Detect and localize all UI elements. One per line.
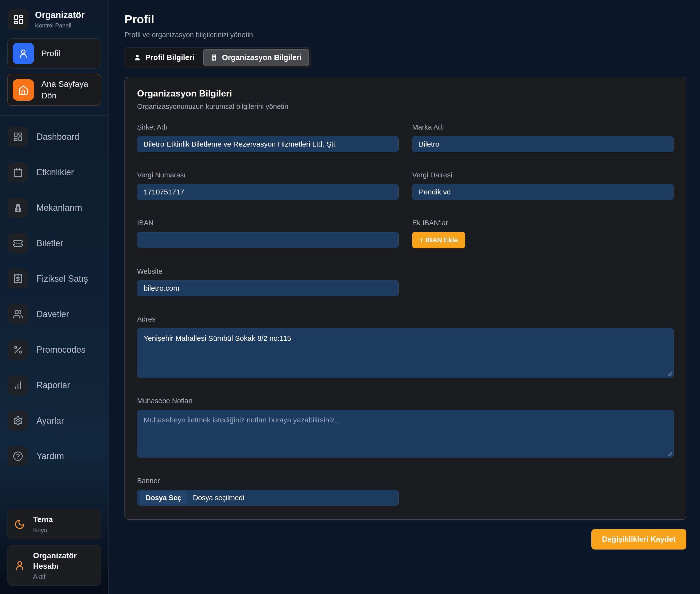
organization-tab-building-icon [210,54,218,61]
tab-label: Profil Bilgileri [145,53,195,62]
save-changes-button[interactable]: Değişiklikleri Kaydet [591,529,687,550]
grid-spacer [412,267,674,296]
company-name-label: Şirket Adı [137,123,399,131]
field-extra-ibans: Ek IBAN'lar + IBAN Ekle [412,219,674,249]
notes-textarea-wrap [137,410,674,458]
user-icon [13,43,34,64]
sidebar-item-davetler[interactable]: Davetler [8,304,101,325]
address-textarea[interactable]: Yenişehir Mahallesi Sümbül Sokak 8/2 no:… [137,328,674,378]
theme-text: Tema Koyu [33,514,53,534]
accounting-notes-label: Muhasebe Notları [137,397,674,405]
tax-number-input[interactable] [137,184,399,200]
sidebar-item-biletler[interactable]: Biletler [8,233,101,254]
account-status: Aktif [33,573,94,581]
theme-toggle[interactable]: Tema Koyu [7,509,101,539]
tab-label: Organizasyon Bilgileri [222,53,302,62]
choose-file-button[interactable]: Dosya Seç [140,491,187,504]
theme-title: Tema [33,514,53,525]
form-grid: Şirket Adı Marka Adı Vergi Numarası Verg… [137,123,674,506]
banner-file-input[interactable]: Dosya Seç Dosya seçilmedi [137,490,399,506]
account-user-icon [14,560,25,571]
card-title: Organizasyon Bilgileri [137,89,674,99]
field-company-name: Şirket Adı [137,123,399,152]
company-name-input[interactable] [137,136,399,152]
account-text: Organizatör Hesabı Aktif [33,551,94,581]
field-website: Website [137,267,399,296]
tax-office-label: Vergi Dairesi [412,171,674,179]
moon-icon [14,519,25,530]
brand: Organizatör Kontrol Paneli [8,9,101,30]
tax-number-label: Vergi Numarası [137,171,399,179]
main-content: Profil Profil ve organizasyon bilgilerin… [109,0,700,594]
website-input[interactable] [137,280,399,296]
iban-input[interactable] [137,232,399,248]
save-row: Değişiklikleri Kaydet [125,529,687,550]
calendar-icon [8,162,28,183]
sidebar-item-label: Ayarlar [36,415,64,427]
sidebar-item-label: Yardım [36,450,64,462]
organization-info-card: Organizasyon Bilgileri Organizasyonunuzu… [125,77,687,520]
sidebar-item-promocodes[interactable]: Promocodes [8,339,101,360]
sidebar-item-yardim[interactable]: Yardım [8,446,101,466]
sidebar-item-dashboard[interactable]: Dashboard [8,127,101,147]
brand-subtitle: Kontrol Paneli [35,22,85,29]
sidebar-item-mekanlarim[interactable]: Mekanlarım [8,198,101,218]
account-card[interactable]: Organizatör Hesabı Aktif [7,545,101,586]
sidebar: Organizatör Kontrol Paneli Profil Ana Sa… [0,0,109,594]
sidebar-footer: Tema Koyu Organizatör Hesabı Aktif [7,498,101,594]
page-title: Profil [125,13,687,26]
sidebar-item-label: Fiziksel Satış [36,273,88,285]
ticket-icon [8,233,28,254]
logo-grid-icon [8,9,29,30]
page-subtitle: Profil ve organizasyon bilgilerinizi yön… [125,31,687,39]
account-title: Organizatör Hesabı [33,551,94,571]
sidebar-item-label: Mekanlarım [36,202,82,214]
users-icon [8,304,28,325]
accounting-notes-textarea[interactable] [137,410,674,458]
home-icon [13,79,34,101]
receipt-icon [8,269,28,289]
field-address: Adres Yenişehir Mahallesi Sümbül Sokak 8… [137,315,674,378]
tax-office-input[interactable] [412,184,674,200]
sidebar-item-ayarlar[interactable]: Ayarlar [8,410,101,431]
tab-bar: Profil Bilgileri Organizasyon Bilgileri [125,47,311,68]
extra-ibans-label: Ek IBAN'lar [412,219,674,227]
sidebar-item-ana-sayfaya-don[interactable]: Ana Sayfaya Dön [7,74,101,106]
tab-organizasyon-bilgileri[interactable]: Organizasyon Bilgileri [203,49,309,66]
address-textarea-wrap: Yenişehir Mahallesi Sümbül Sokak 8/2 no:… [137,328,674,378]
field-tax-number: Vergi Numarası [137,171,399,200]
help-icon [8,446,28,466]
dashboard-icon [8,127,28,147]
sidebar-item-raporlar[interactable]: Raporlar [8,375,101,395]
brand-name-input[interactable] [412,136,674,152]
venue-icon [8,198,28,218]
file-status-text: Dosya seçilmedi [193,494,244,502]
field-brand-name: Marka Adı [412,123,674,152]
brand-name-label: Marka Adı [412,123,674,131]
percent-icon [8,339,28,360]
sidebar-item-label: Davetler [36,308,69,320]
field-accounting-notes: Muhasebe Notları [137,397,674,458]
tab-profil-bilgileri[interactable]: Profil Bilgileri [126,49,202,66]
website-label: Website [137,267,399,275]
theme-value: Koyu [33,526,53,534]
sidebar-item-label: Ana Sayfaya Dön [41,78,96,101]
sidebar-item-label: Promocodes [36,344,86,356]
sidebar-item-fiziksel-satis[interactable]: Fiziksel Satış [8,269,101,289]
add-iban-button[interactable]: + IBAN Ekle [412,232,465,249]
sidebar-item-label: Raporlar [36,380,70,391]
field-iban: IBAN [137,219,399,249]
sidebar-item-profil[interactable]: Profil [7,38,101,69]
sidebar-item-etkinlikler[interactable]: Etkinlikler [8,162,101,183]
field-banner: Banner Dosya Seç Dosya seçilmedi [137,477,674,506]
banner-label: Banner [137,477,674,485]
profile-tab-user-icon [134,54,141,61]
address-label: Adres [137,315,674,323]
sidebar-item-label: Etkinlikler [36,166,74,178]
brand-text: Organizatör Kontrol Paneli [35,10,85,29]
sidebar-item-label: Dashboard [36,131,79,143]
field-tax-office: Vergi Dairesi [412,171,674,200]
sidebar-item-label: Biletler [36,237,63,250]
sidebar-nav: Dashboard Etkinlikler Mekanlarım [7,116,101,471]
chart-icon [8,375,28,395]
